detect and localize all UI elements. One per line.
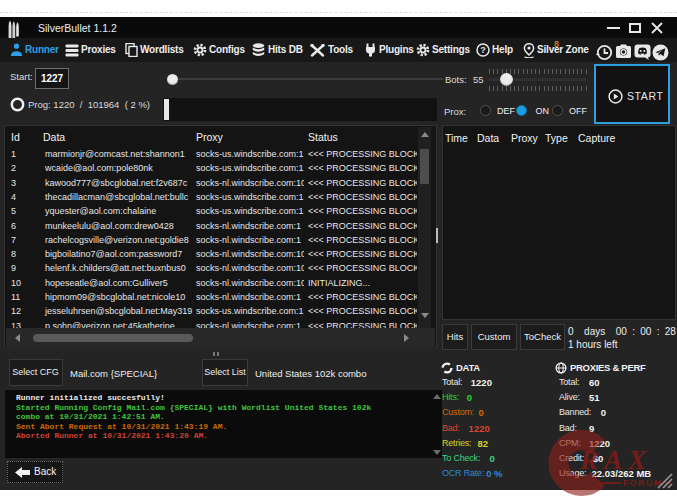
svg-text:?: ? xyxy=(480,45,486,55)
